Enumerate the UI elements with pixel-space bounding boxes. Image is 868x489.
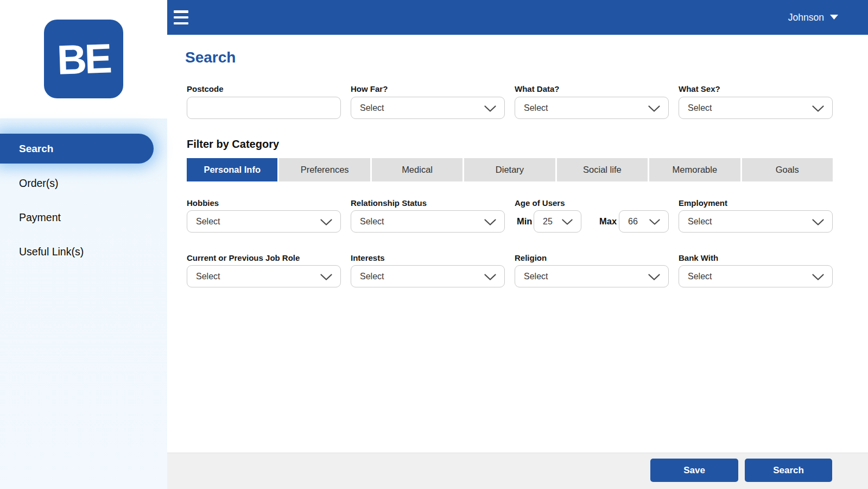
age-min-label: Min [517, 216, 532, 227]
page-title: Search [185, 49, 236, 66]
sidebar-background [0, 118, 167, 489]
chevron-down-icon [320, 274, 332, 280]
age-max-label: Max [599, 216, 617, 227]
search-button[interactable]: Search [745, 459, 832, 482]
how-far-select[interactable]: Select [351, 97, 505, 119]
menu-icon[interactable] [174, 10, 190, 24]
bank-with-label: Bank With [679, 253, 718, 262]
sidebar-item-orders[interactable]: Order(s) [19, 177, 59, 190]
chevron-down-icon [812, 219, 824, 225]
chevron-down-icon [648, 105, 660, 112]
user-menu[interactable]: Johnson [788, 0, 838, 35]
tab-dietary[interactable]: Dietary [464, 158, 555, 181]
how-far-label: How Far? [351, 84, 388, 93]
employment-select[interactable]: Select [679, 210, 833, 233]
tab-preferences[interactable]: Preferences [279, 158, 370, 181]
religion-label: Religion [515, 253, 547, 262]
tab-personal-info[interactable]: Personal Info [187, 158, 277, 181]
category-tabs: Personal Info Preferences Medical Dietar… [187, 158, 833, 181]
relationship-status-select[interactable]: Select [351, 210, 505, 233]
age-max-select[interactable]: 66 [619, 210, 669, 233]
what-data-select[interactable]: Select [515, 97, 669, 119]
interests-label: Interests [351, 253, 385, 262]
chevron-down-icon [484, 219, 496, 225]
job-role-select[interactable]: Select [187, 265, 341, 287]
what-sex-label: What Sex? [679, 84, 720, 93]
what-sex-select[interactable]: Select [679, 97, 833, 119]
age-min-select[interactable]: 25 [534, 210, 581, 233]
hobbies-select[interactable]: Select [187, 210, 341, 233]
what-data-label: What Data? [515, 84, 560, 93]
chevron-down-icon [812, 105, 824, 112]
job-role-label: Current or Previous Job Role [187, 253, 300, 262]
caret-down-icon [830, 15, 838, 20]
chevron-down-icon [484, 274, 496, 280]
tab-medical[interactable]: Medical [372, 158, 462, 181]
action-bar: Save Search [167, 453, 868, 489]
user-name: Johnson [788, 12, 824, 23]
sidebar-item-useful-links[interactable]: Useful Link(s) [19, 246, 84, 258]
app-logo: BE [44, 20, 123, 98]
postcode-label: Postcode [187, 84, 224, 93]
hobbies-label: Hobbies [187, 198, 219, 208]
bank-with-select[interactable]: Select [679, 265, 833, 287]
sidebar: BE Search Order(s) Payment Useful Link(s… [0, 0, 167, 489]
employment-label: Employment [679, 198, 727, 208]
chevron-down-icon [562, 219, 573, 225]
topbar: Johnson [167, 0, 868, 35]
save-button[interactable]: Save [650, 459, 738, 482]
tab-memorable[interactable]: Memorable [649, 158, 740, 181]
age-of-users-label: Age of Users [515, 198, 565, 208]
relationship-status-label: Relationship Status [351, 198, 427, 208]
sidebar-item-payment[interactable]: Payment [19, 211, 61, 224]
chevron-down-icon [648, 274, 660, 280]
chevron-down-icon [484, 105, 496, 112]
chevron-down-icon [812, 274, 824, 280]
filter-by-category-heading: Filter by Category [187, 138, 279, 151]
main-content: Search Postcode How Far? Select What Dat… [167, 35, 868, 453]
tab-social-life[interactable]: Social life [557, 158, 648, 181]
chevron-down-icon [320, 219, 332, 225]
postcode-input[interactable] [187, 97, 341, 119]
religion-select[interactable]: Select [515, 265, 669, 287]
chevron-down-icon [649, 219, 660, 225]
app-logo-text: BE [56, 34, 111, 83]
tab-goals[interactable]: Goals [742, 158, 833, 181]
interests-select[interactable]: Select [351, 265, 505, 287]
sidebar-item-search[interactable]: Search [0, 134, 154, 164]
